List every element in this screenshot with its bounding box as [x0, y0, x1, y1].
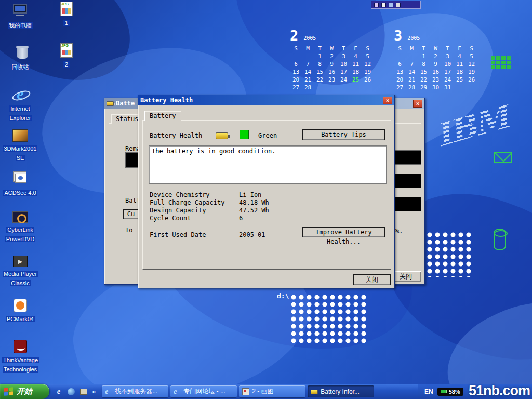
toolbar-icon-1[interactable]	[374, 3, 379, 7]
calendar-day: 4	[454, 52, 466, 60]
battery-icon	[311, 390, 318, 394]
battery-health-window[interactable]: Battery Health Battery Battery Health Gr…	[138, 95, 395, 288]
desktop-icon-my-computer[interactable]: 我的电脑	[2, 3, 38, 30]
calendar-day-header: S	[466, 45, 477, 52]
calendar-day: 13	[290, 68, 302, 76]
calendar-day	[466, 84, 477, 91]
battery-health-titlebar[interactable]: Battery Health	[138, 95, 394, 105]
field-value: 2005-01	[239, 231, 265, 238]
toolbar-icon-2[interactable]	[381, 3, 386, 7]
battery-tips-button[interactable]: Battery Tips	[302, 129, 385, 140]
watermark: 51nb.com	[469, 383, 530, 399]
desktop-icon-label: Internet Explorer	[9, 105, 32, 121]
condition-textbox: The battery is in good condition.	[149, 145, 387, 184]
desktop-icon-powerdvd[interactable]: CyberLink PowerDVD	[2, 209, 38, 243]
battery-tab-panel: Battery Health Green Battery Tips The ba…	[142, 120, 391, 270]
calendar-day: 3	[442, 52, 454, 60]
taskbar-task-battery-information[interactable]: Battery Infor...	[308, 385, 374, 397]
chevron-more-icon[interactable]	[92, 388, 96, 395]
calendar-day: 4	[350, 52, 362, 60]
calendar-day	[406, 52, 418, 60]
calendar-day: 15	[314, 68, 326, 76]
desktop-file-1[interactable]: 1	[51, 2, 82, 27]
calendar-day: 11	[350, 60, 362, 68]
language-indicator[interactable]: EN	[424, 388, 433, 395]
powerdvd-icon	[12, 211, 28, 223]
battery-level-icon	[216, 132, 228, 139]
close-button[interactable]: 关闭	[353, 274, 391, 285]
battery-tray-indicator[interactable]: 58%	[437, 388, 463, 396]
pcmark-icon	[14, 299, 27, 312]
calendar-day: 25	[350, 76, 362, 84]
desktop-icon-label: PCMark04	[6, 316, 35, 322]
calendar-february-2005: 2 2005 SMTWTFS12345678910111213141516171…	[290, 29, 374, 91]
desktop-icon-pcmark04[interactable]: PCMark04	[2, 298, 38, 323]
calendar-day: 21	[302, 76, 314, 84]
calendar-day-header: F	[350, 45, 362, 52]
first-used-row: First Used Date2005-01	[150, 229, 265, 239]
calendar-day-header: T	[442, 45, 454, 52]
calendar-month: 3	[394, 29, 402, 43]
field-value: 6	[239, 215, 243, 222]
desktop-icon-thinkvantage[interactable]: ThinkVantage Technologies	[2, 339, 38, 374]
start-button-label: 开始	[17, 387, 32, 396]
tab-battery[interactable]: Battery	[144, 111, 181, 121]
thinkvantage-icon	[14, 340, 27, 353]
close-icon[interactable]	[383, 97, 392, 104]
calendar-day	[394, 52, 406, 60]
toolbar-icon-3[interactable]	[389, 3, 393, 7]
calendar-title: 2 2005	[290, 29, 374, 43]
file-label: 1	[63, 20, 70, 26]
desktop-icon-internet-explorer[interactable]: Internet Explorer	[2, 86, 38, 122]
taskbar-task-paint[interactable]: 2 - 画图	[239, 385, 305, 397]
calendar-grid: SMTWTFS123456789101112131415161718192021…	[394, 45, 477, 91]
calendar-day: 13	[394, 68, 406, 76]
field-row: Device ChemistryLi-Ion	[150, 189, 269, 197]
taskbar: 开始 e 找不到服务器... 专门网论坛 - ... 2 - 画图 Batter…	[0, 384, 532, 399]
quick-launch-media-icon[interactable]	[68, 388, 75, 395]
calendar-year: 2005	[301, 35, 316, 41]
taskbar-task-server-not-found[interactable]: 找不到服务器...	[102, 385, 168, 397]
desktop-icon-3dmark2001[interactable]: 3DMark2001 SE	[2, 128, 38, 162]
desktop-file-2[interactable]: 2	[51, 43, 82, 69]
calendar-day: 8	[418, 60, 430, 68]
quick-launch-ie-icon[interactable]: e	[55, 388, 63, 396]
recycle-bin-icon	[15, 45, 26, 60]
calendar-day: 19	[466, 68, 477, 76]
task-label: 找不到服务器...	[115, 387, 157, 396]
show-desktop-icon[interactable]	[80, 389, 87, 395]
current-button-fragment[interactable]: Cu	[123, 209, 139, 219]
taskbar-task-forum[interactable]: 专门网论坛 - ...	[170, 385, 237, 397]
jpg-file-icon	[60, 43, 73, 58]
status-green-indicator	[240, 130, 249, 139]
calendar-day: 6	[290, 60, 302, 68]
desktop-icon-recycle-bin[interactable]: 回收站	[2, 45, 38, 71]
calendar-day: 22	[418, 76, 430, 84]
battery-window-icon	[107, 101, 114, 106]
calendar-day-header: S	[394, 45, 406, 52]
quick-launch-bar: e	[49, 384, 101, 399]
calendar-day: 10	[442, 60, 454, 68]
desktop-icon-acdsee[interactable]: ACDSee 4.0	[2, 170, 38, 197]
calendar-day: 18	[454, 68, 466, 76]
toolbar-icon-4[interactable]	[396, 3, 401, 7]
start-button[interactable]: 开始	[0, 384, 49, 399]
calendar-day-header: M	[302, 45, 314, 52]
battery-percent: 58%	[449, 389, 460, 395]
calendar-day-header: M	[406, 45, 418, 52]
desktop-icon-label: CyberLink PowerDVD	[5, 227, 35, 242]
calendar-day: 18	[350, 68, 362, 76]
calendar-day: 11	[454, 60, 466, 68]
calendar-day-header: W	[326, 45, 338, 52]
improve-battery-health-button[interactable]: Improve Battery Health...	[302, 227, 385, 237]
calendar-day: 31	[442, 84, 454, 91]
floating-toolbar[interactable]	[371, 1, 421, 9]
close-button[interactable]: 关闭	[390, 271, 421, 282]
desktop-icon-media-player-classic[interactable]: Media Player Classic	[2, 254, 38, 287]
calendar-day: 8	[314, 60, 326, 68]
calendar-day: 14	[302, 68, 314, 76]
calendar-day: 22	[314, 76, 326, 84]
field-label: First Used Date	[150, 231, 239, 238]
remaining-gauge	[125, 152, 139, 168]
close-icon[interactable]	[413, 100, 422, 108]
